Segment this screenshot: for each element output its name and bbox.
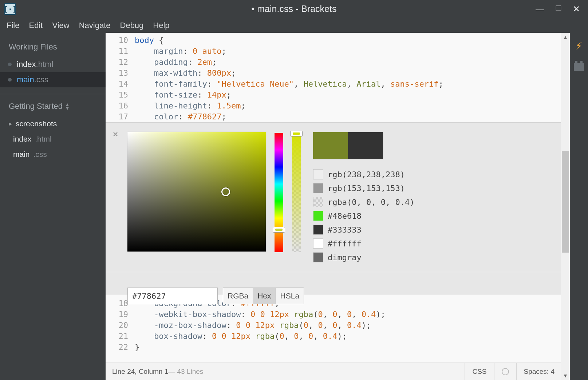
inspect-icon[interactable] [502, 368, 509, 375]
mode-hsla-button[interactable]: HSLa [276, 288, 304, 304]
menu-navigate[interactable]: Navigate [79, 21, 111, 30]
indent-mode[interactable]: Spaces: 4 [524, 368, 555, 376]
live-preview-icon[interactable]: ⚡︎ [575, 40, 583, 52]
menubar: File Edit View Navigate Debug Help [0, 18, 588, 33]
menu-edit[interactable]: Edit [29, 21, 43, 30]
code-top[interactable]: 1011121314151617 body { margin: 0 auto; … [106, 33, 561, 122]
alpha-thumb[interactable] [290, 131, 303, 136]
menu-debug[interactable]: Debug [120, 21, 144, 30]
color-label: rgb(238,238,238) [328, 170, 405, 179]
maximize-button[interactable]: ☐ [555, 4, 562, 14]
titlebar: [·] • main.css - Brackets — ☐ ✕ [0, 0, 588, 18]
sidebar: Working Files index.htmlmain.css Getting… [0, 33, 106, 380]
color-swatch [313, 211, 323, 221]
menu-help[interactable]: Help [153, 21, 169, 30]
right-toolbar: ⚡︎ [570, 33, 588, 380]
extension-manager-icon[interactable] [574, 63, 584, 71]
menu-view[interactable]: View [52, 21, 69, 30]
language-mode[interactable]: CSS [472, 368, 486, 376]
scroll-down-icon[interactable]: ▼ [561, 371, 570, 380]
color-label: dimgray [328, 253, 362, 262]
used-color-item[interactable]: #48e618 [313, 211, 414, 221]
tree-file[interactable]: main.css [0, 147, 106, 162]
working-file-item[interactable]: main.css [0, 72, 106, 87]
color-label: #333333 [328, 225, 362, 234]
color-swatch [313, 238, 323, 249]
disclosure-triangle-icon[interactable]: ▶ [9, 121, 12, 126]
used-color-item[interactable]: dimgray [313, 252, 414, 262]
tree-folder[interactable]: ▶screenshots [0, 116, 106, 131]
sort-icon[interactable]: ▲▼ [65, 103, 70, 110]
menu-file[interactable]: File [7, 21, 19, 30]
color-label: #48e618 [328, 211, 362, 221]
used-color-item[interactable]: #333333 [313, 225, 414, 235]
hue-thumb[interactable] [273, 227, 285, 233]
modified-dot-icon [8, 78, 12, 82]
scroll-up-icon[interactable]: ▲ [561, 33, 570, 41]
modified-dot-icon [8, 63, 12, 66]
used-color-item[interactable]: rgb(153,153,153) [313, 183, 414, 193]
mode-rgba-button[interactable]: RGBa [223, 288, 253, 304]
color-label: rgba(0, 0, 0, 0.4) [328, 198, 414, 207]
close-icon[interactable]: × [113, 129, 118, 139]
close-button[interactable]: ✕ [573, 4, 580, 14]
alpha-slider[interactable] [292, 133, 301, 252]
scroll-thumb[interactable] [562, 151, 569, 253]
color-mode-group: RGBa Hex HSLa [223, 288, 304, 304]
working-files-header[interactable]: Working Files [0, 39, 106, 57]
color-value-input[interactable] [127, 288, 218, 304]
editor[interactable]: 1011121314151617 body { margin: 0 auto; … [106, 33, 561, 380]
color-swatch [313, 169, 323, 179]
inline-color-editor: × rgb(238,238,238)rgb(153,153,153)rgba(0… [106, 122, 561, 294]
statusbar: Line 24, Column 1 — 43 Lines CSS Spaces:… [106, 363, 561, 380]
mode-hex-button[interactable]: Hex [253, 288, 276, 304]
color-label: #ffffff [328, 239, 362, 248]
vertical-scrollbar[interactable]: ▲ ▼ [561, 33, 570, 380]
sv-cursor[interactable] [221, 187, 230, 196]
app-icon: [·] [4, 3, 16, 15]
working-file-item[interactable]: index.html [0, 57, 106, 72]
color-label: rgb(153,153,153) [328, 184, 405, 193]
color-swatch [313, 225, 323, 235]
used-color-item[interactable]: rgba(0, 0, 0, 0.4) [313, 197, 414, 207]
project-header[interactable]: Getting Started ▲▼ [0, 98, 106, 116]
tree-file[interactable]: index.html [0, 131, 106, 147]
color-compare [313, 132, 383, 159]
minimize-button[interactable]: — [536, 4, 544, 14]
line-count: — 43 Lines [168, 368, 203, 376]
used-color-item[interactable]: rgb(238,238,238) [313, 169, 414, 179]
color-swatch [313, 183, 323, 193]
hue-slider[interactable] [275, 133, 283, 252]
used-colors-list: rgb(238,238,238)rgb(153,153,153)rgba(0, … [313, 169, 414, 262]
color-swatch [313, 252, 323, 262]
window-title: • main.css - Brackets [252, 4, 337, 14]
compare-new-swatch [313, 132, 348, 159]
color-swatch [313, 197, 323, 207]
compare-original-swatch [348, 132, 383, 159]
cursor-position[interactable]: Line 24, Column 1 [112, 368, 168, 376]
used-color-item[interactable]: #ffffff [313, 238, 414, 249]
saturation-value-panel[interactable] [127, 132, 266, 252]
